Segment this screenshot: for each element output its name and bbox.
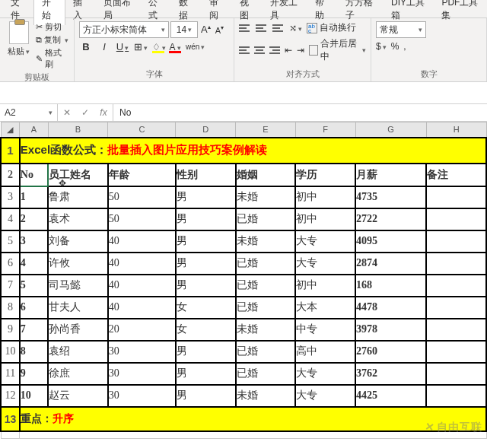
table-row[interactable]: 42袁术50男已婚初中2722 <box>1 208 486 230</box>
copy-button[interactable]: ⧉复制▾ <box>36 34 69 46</box>
cell-H5[interactable] <box>426 230 486 253</box>
cell-F2[interactable]: 学历 <box>295 164 355 186</box>
cell-A3[interactable]: 1 <box>20 186 48 208</box>
cell-H12[interactable] <box>426 385 486 407</box>
cell-E4[interactable]: 已婚 <box>236 208 296 230</box>
col-H[interactable]: H <box>426 122 486 138</box>
cell-D10[interactable]: 男 <box>176 341 236 363</box>
cell-G12[interactable]: 4425 <box>355 385 426 407</box>
phonetic-button[interactable]: wén▾ <box>186 43 199 51</box>
cell-C7[interactable]: 40 <box>108 275 176 297</box>
cell-C10[interactable]: 30 <box>108 341 176 363</box>
cell-D6[interactable]: 男 <box>176 253 236 275</box>
row-1[interactable]: 1 <box>1 138 20 164</box>
column-headers[interactable]: ◢ A B C D E F G H <box>1 122 486 138</box>
cell-E6[interactable]: 已婚 <box>236 253 296 275</box>
cell-F9[interactable]: 中专 <box>295 319 355 341</box>
col-G[interactable]: G <box>355 122 426 138</box>
row-3[interactable]: 3 <box>1 186 20 208</box>
row-7[interactable]: 7 <box>1 275 20 297</box>
cell-E11[interactable]: 已婚 <box>236 363 296 385</box>
indent-inc-button[interactable]: ⇥ <box>297 45 304 56</box>
name-box[interactable]: A2▾ <box>0 104 58 121</box>
cell-B12[interactable]: 赵云 <box>48 385 108 407</box>
cell-A5[interactable]: 3 <box>20 230 48 253</box>
cell-B3[interactable]: 鲁肃 <box>48 186 108 208</box>
cell-G7[interactable]: 168 <box>355 275 426 297</box>
cell-H6[interactable] <box>426 253 486 275</box>
row-9[interactable]: 9 <box>1 319 20 341</box>
row-11[interactable]: 11 <box>1 363 20 385</box>
align-left-button[interactable] <box>239 45 250 56</box>
cell-F10[interactable]: 高中 <box>295 341 355 363</box>
cell-A10[interactable]: 8 <box>20 341 48 363</box>
row-2[interactable]: 2 <box>1 164 20 186</box>
title-cell[interactable]: Excel函数公式：批量插入图片应用技巧案例解读 <box>20 138 486 164</box>
cell-D2[interactable]: 性别 <box>176 164 236 186</box>
cell-H3[interactable] <box>426 186 486 208</box>
col-A[interactable]: A <box>20 122 48 138</box>
cell-D5[interactable]: 男 <box>176 230 236 253</box>
cell-C4[interactable]: 50 <box>108 208 176 230</box>
cell-F7[interactable]: 初中 <box>295 275 355 297</box>
cell-A9[interactable]: 7 <box>20 319 48 341</box>
cell-F4[interactable]: 初中 <box>295 208 355 230</box>
cell-F11[interactable]: 大专 <box>295 363 355 385</box>
select-all-corner[interactable]: ◢ <box>1 122 20 138</box>
bold-button[interactable]: B <box>79 41 93 52</box>
cell-D12[interactable]: 男 <box>176 385 236 407</box>
table-row[interactable]: 31鲁肃50男未婚初中4735 <box>1 186 486 208</box>
row-12[interactable]: 12 <box>1 385 20 407</box>
cell-C12[interactable]: 30 <box>108 385 176 407</box>
row-6[interactable]: 6 <box>1 253 20 275</box>
table-row[interactable]: 97孙尚香20女未婚中专3978 <box>1 319 486 341</box>
cell-F8[interactable]: 大本 <box>295 297 355 319</box>
cell-A4[interactable]: 2 <box>20 208 48 230</box>
row-13[interactable]: 13 <box>1 407 20 431</box>
table-row[interactable]: 75司马懿40男已婚初中168 <box>1 275 486 297</box>
cut-button[interactable]: ✂剪切 <box>36 21 69 33</box>
paste-button[interactable]: 粘贴▾ <box>5 21 33 70</box>
row-5[interactable]: 5 <box>1 230 20 253</box>
cell-F5[interactable]: 大专 <box>295 230 355 253</box>
table-row[interactable]: 108袁绍30男已婚高中2760 <box>1 341 486 363</box>
footer-cell[interactable]: 重点：升序 <box>20 407 486 431</box>
font-size-select[interactable]: 14▾ <box>170 21 198 38</box>
cell-G2[interactable]: 月薪 <box>355 164 426 186</box>
col-D[interactable]: D <box>176 122 236 138</box>
cell-D7[interactable]: 男 <box>176 275 236 297</box>
comma-button[interactable]: , <box>403 41 406 52</box>
increase-font-button[interactable]: A▴ <box>199 24 212 35</box>
cell-D11[interactable]: 男 <box>176 363 236 385</box>
cell-E8[interactable]: 已婚 <box>236 297 296 319</box>
fx-button[interactable]: fx <box>94 107 113 118</box>
percent-button[interactable]: % <box>391 41 399 52</box>
cell-D8[interactable]: 女 <box>176 297 236 319</box>
align-center-button[interactable] <box>254 45 265 56</box>
empty-row[interactable] <box>20 431 486 439</box>
cell-B2[interactable]: 员工姓名 <box>48 164 108 186</box>
table-row[interactable]: 1210赵云30男未婚大专4425 <box>1 385 486 407</box>
decrease-font-button[interactable]: A▾ <box>214 24 225 35</box>
col-C[interactable]: C <box>108 122 176 138</box>
cell-C6[interactable]: 40 <box>108 253 176 275</box>
cell-B10[interactable]: 袁绍 <box>48 341 108 363</box>
table-row[interactable]: 64许攸40男已婚大专2874 <box>1 253 486 275</box>
cell-D4[interactable]: 男 <box>176 208 236 230</box>
cell-C5[interactable]: 40 <box>108 230 176 253</box>
cell-D3[interactable]: 男 <box>176 186 236 208</box>
row-10[interactable]: 10 <box>1 341 20 363</box>
cell-F3[interactable]: 初中 <box>295 186 355 208</box>
formula-input[interactable]: No <box>113 104 487 121</box>
cell-E12[interactable]: 未婚 <box>236 385 296 407</box>
cell-G11[interactable]: 3762 <box>355 363 426 385</box>
col-E[interactable]: E <box>236 122 296 138</box>
cell-G9[interactable]: 3978 <box>355 319 426 341</box>
confirm-entry-button[interactable]: ✓ <box>76 107 94 118</box>
cell-H2[interactable]: 备注 <box>426 164 486 186</box>
cell-B5[interactable]: 刘备 <box>48 230 108 253</box>
font-color-button[interactable]: A▾ <box>169 42 181 52</box>
table-row[interactable]: 53刘备40男未婚大专4095 <box>1 230 486 253</box>
cell-A7[interactable]: 5 <box>20 275 48 297</box>
cell-A6[interactable]: 4 <box>20 253 48 275</box>
